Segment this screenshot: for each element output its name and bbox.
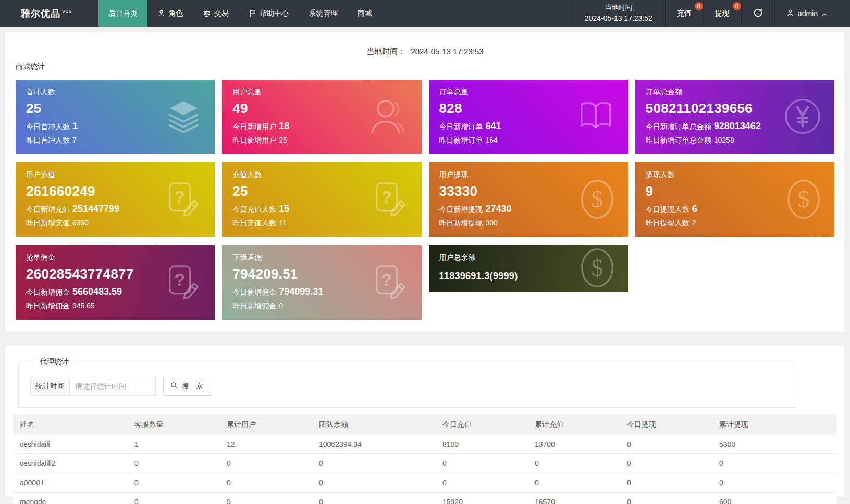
nav-item-help[interactable]: 帮助中心 bbox=[239, 0, 299, 27]
nav-item-home[interactable]: 后台首页 bbox=[98, 0, 147, 27]
table-header-cell: 累计用户 bbox=[220, 415, 312, 435]
top-header: 雅尔优品V16 后台首页 角色 交易 帮助中心 系统管理 商城 当地时间 202… bbox=[0, 0, 850, 27]
header-local-time: 当地时间 2024-05-13 17:23:52 bbox=[572, 0, 665, 27]
table-cell: 0 bbox=[620, 473, 712, 493]
table-cell: 0 bbox=[220, 454, 312, 473]
svg-text:$: $ bbox=[591, 185, 603, 212]
table-cell: 0 bbox=[712, 454, 837, 473]
dollar-circle-icon: $ bbox=[579, 179, 615, 219]
table-row: a000010000000 bbox=[13, 473, 837, 493]
app-logo-version: V16 bbox=[62, 9, 72, 14]
doc-question-icon: ? bbox=[369, 179, 409, 219]
recharge-button[interactable]: 充值0 bbox=[665, 0, 703, 27]
user-icon bbox=[367, 95, 409, 137]
layers-icon bbox=[165, 97, 202, 135]
flag-icon bbox=[249, 9, 256, 17]
header-right: 当地时间 2024-05-13 17:23:52 充值0 提现0 admin bbox=[572, 0, 850, 27]
table-cell: 0 bbox=[312, 493, 436, 504]
nav-item-label: 角色 bbox=[168, 9, 183, 18]
stat-card-title: 抢单佣金 bbox=[26, 253, 204, 262]
table-cell: 15920 bbox=[436, 493, 528, 504]
dollar-circle-icon: $ bbox=[579, 248, 615, 288]
agent-table-header-row: 姓名客服数量累计用户团队余额今日充值累计充值今日提现累计提现 bbox=[13, 415, 837, 435]
table-header-cell: 今日提现 bbox=[620, 415, 712, 435]
app-logo: 雅尔优品V16 bbox=[0, 0, 98, 27]
app-logo-text: 雅尔优品 bbox=[21, 7, 60, 20]
user-menu[interactable]: admin bbox=[774, 0, 850, 27]
doc-question-icon: ? bbox=[369, 262, 409, 301]
agent-panel: 代理统计 统计时间 搜 索 姓名客服数量累计用户团队余额今日充值累计充值今日提现… bbox=[5, 346, 845, 497]
stat-card-title: 首冲人数 bbox=[26, 87, 204, 97]
stats-panel: 当地时间：2024-05-13 17:23:53 商城统计 首冲人数 25 今日… bbox=[5, 32, 845, 332]
nav-item-label: 系统管理 bbox=[309, 9, 338, 18]
table-row: mengde09015920165700600 bbox=[13, 493, 837, 504]
table-cell: 0 bbox=[312, 473, 436, 493]
main-nav: 后台首页 角色 交易 帮助中心 系统管理 商城 bbox=[98, 0, 572, 27]
table-header-cell: 今日充值 bbox=[436, 415, 528, 435]
stat-time-input[interactable] bbox=[70, 377, 156, 396]
search-icon bbox=[170, 382, 178, 391]
stat-card: 下级返佣 794209.51 今日新增佣金794099.31 昨日新增佣金0 ? bbox=[222, 245, 421, 320]
stat-card-yesterday-line: 昨日新增订单总金额10258 bbox=[646, 136, 824, 145]
refresh-button[interactable] bbox=[741, 0, 774, 27]
stat-time-label: 统计时间 bbox=[30, 377, 70, 396]
page-local-time-label: 当地时间： bbox=[366, 47, 405, 56]
stat-card: 订单总量 828 今日新增订单641 昨日新增订单164 bbox=[429, 80, 628, 154]
table-cell: 0 bbox=[712, 473, 837, 493]
search-icon bbox=[170, 382, 178, 389]
agent-table: 姓名客服数量累计用户团队余额今日充值累计充值今日提现累计提现 ceshidail… bbox=[13, 415, 837, 504]
table-cell: 0 bbox=[128, 454, 220, 473]
withdraw-button[interactable]: 提现0 bbox=[703, 0, 741, 27]
stat-card: 用户总量 49 今日新增用户18 昨日新增用户25 bbox=[222, 80, 421, 154]
doc-question-icon: ? bbox=[163, 262, 202, 301]
table-cell: 13700 bbox=[528, 435, 620, 454]
agent-stats-legend: 代理统计 bbox=[34, 357, 74, 367]
table-cell: 12 bbox=[220, 435, 312, 454]
table-cell: 0 bbox=[620, 454, 712, 473]
stat-card-title: 订单总金额 bbox=[646, 87, 824, 97]
agent-table-head: 姓名客服数量累计用户团队余额今日充值累计充值今日提现累计提现 bbox=[13, 415, 837, 435]
stat-card: 抢单佣金 26028543774877 今日新增佣金5660483.59 昨日新… bbox=[16, 245, 215, 320]
table-cell: 8100 bbox=[436, 435, 528, 454]
table-cell: 0 bbox=[528, 473, 620, 493]
nav-item-label: 交易 bbox=[214, 9, 229, 18]
user-small-icon bbox=[157, 9, 165, 17]
search-button[interactable]: 搜 索 bbox=[163, 377, 212, 396]
agent-table-body: ceshidaili11210062394.3481001370005300ce… bbox=[13, 435, 837, 504]
page-local-time: 当地时间：2024-05-13 17:23:53 bbox=[16, 47, 834, 57]
withdraw-badge: 0 bbox=[733, 2, 741, 10]
table-cell: mengde bbox=[13, 493, 128, 504]
stat-card: 首冲人数 25 今日首冲人数1 昨日首冲人数7 bbox=[16, 80, 215, 154]
svg-text:?: ? bbox=[381, 269, 392, 289]
stats-grid: 首冲人数 25 今日首冲人数1 昨日首冲人数7 用户总量 49 今日新增用户18… bbox=[16, 80, 834, 320]
nav-item-trade[interactable]: 交易 bbox=[193, 0, 239, 27]
table-header-cell: 姓名 bbox=[13, 415, 128, 435]
table-cell: 0 bbox=[620, 493, 712, 504]
table-cell: 0 bbox=[528, 454, 620, 473]
agent-fieldset: 代理统计 统计时间 搜 索 bbox=[18, 357, 796, 408]
svg-text:?: ? bbox=[175, 186, 186, 206]
filter-row: 统计时间 搜 索 bbox=[30, 377, 785, 396]
table-cell: 600 bbox=[712, 493, 837, 504]
table-header-cell: 累计提现 bbox=[712, 415, 837, 435]
table-cell: a00001 bbox=[13, 473, 128, 493]
nav-item-label: 后台首页 bbox=[108, 9, 138, 18]
table-cell: 1 bbox=[128, 435, 220, 454]
stat-card-title: 订单总量 bbox=[439, 87, 618, 97]
table-cell: 0 bbox=[128, 473, 220, 493]
nav-item-label: 商城 bbox=[358, 9, 372, 18]
book-icon bbox=[576, 96, 615, 136]
nav-item-system[interactable]: 系统管理 bbox=[299, 0, 348, 27]
table-cell: 0 bbox=[436, 454, 528, 473]
nav-item-mall[interactable]: 商城 bbox=[348, 0, 382, 27]
user-small-icon bbox=[786, 9, 794, 17]
table-row: ceshidalili20000000 bbox=[13, 454, 837, 473]
page-local-time-value: 2024-05-13 17:23:53 bbox=[411, 47, 483, 56]
table-cell: 10062394.34 bbox=[312, 435, 436, 454]
username: admin bbox=[798, 9, 818, 18]
table-header-cell: 团队余额 bbox=[312, 415, 436, 435]
table-cell: 16570 bbox=[528, 493, 620, 504]
stat-card-yesterday-line: 昨日首冲人数7 bbox=[26, 136, 204, 145]
nav-item-role[interactable]: 角色 bbox=[147, 0, 193, 27]
refresh-icon bbox=[753, 8, 763, 18]
